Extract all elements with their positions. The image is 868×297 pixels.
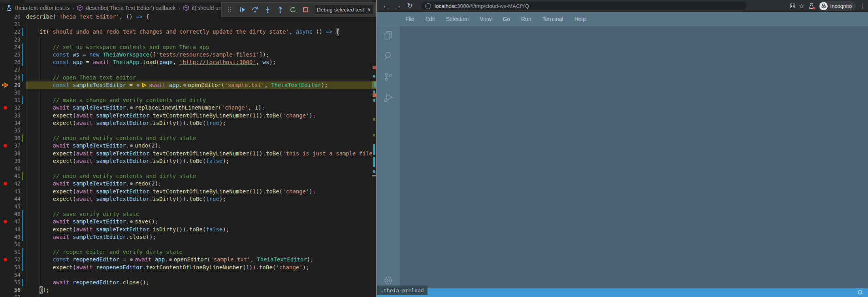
- code-line[interactable]: 32 await sampleTextEditor.replaceLineWit…: [0, 104, 372, 112]
- breakpoint-icon[interactable]: [4, 144, 7, 148]
- code-line[interactable]: 21: [0, 21, 372, 28]
- code-line[interactable]: 28 // open Theia text editor: [0, 74, 372, 81]
- code-line[interactable]: 42 await sampleTextEditor.redo(2);: [0, 180, 372, 187]
- breakpoint-icon[interactable]: [4, 220, 7, 223]
- back-icon[interactable]: ←: [380, 2, 392, 10]
- breakpoint-margin[interactable]: [0, 218, 10, 225]
- menu-item-run[interactable]: Run: [516, 16, 537, 22]
- menu-item-file[interactable]: File: [400, 16, 420, 22]
- breadcrumb-file[interactable]: theia-text-editor.test.ts: [15, 5, 70, 11]
- address-bar[interactable]: i localhost:3000/#/tmp/cloud-ws-MACfYQ: [421, 2, 747, 10]
- code-line[interactable]: 43 expect(await sampleTextEditor.textCon…: [0, 188, 372, 195]
- code-line[interactable]: 41 // undo and verify contents and dirty…: [0, 172, 372, 180]
- breakpoint-margin[interactable]: [0, 51, 10, 59]
- menu-item-selection[interactable]: Selection: [441, 16, 474, 22]
- code-line[interactable]: 22 it('should undo and redo text changes…: [0, 28, 372, 36]
- breakpoint-margin[interactable]: [0, 74, 10, 81]
- breakpoint-icon[interactable]: [4, 182, 7, 185]
- search-icon[interactable]: [383, 51, 394, 61]
- breakpoint-margin[interactable]: [0, 44, 10, 51]
- breakpoint-margin[interactable]: [0, 112, 10, 119]
- code-line[interactable]: 33 expect(await sampleTextEditor.textCon…: [0, 112, 372, 119]
- drag-grip-icon[interactable]: [224, 4, 235, 15]
- breakpoint-margin[interactable]: [0, 36, 10, 44]
- menu-item-terminal[interactable]: Terminal: [537, 16, 569, 22]
- code-line[interactable]: 52 const reopenedEditor = await app.open…: [0, 256, 372, 263]
- inline-breakpoint-dot[interactable]: [130, 106, 133, 109]
- code-line[interactable]: 46 // save verify dirty state: [0, 210, 372, 218]
- code-line[interactable]: 24 // set up workspace contents and open…: [0, 44, 372, 51]
- step-into-icon[interactable]: [262, 4, 273, 15]
- bell-icon[interactable]: [857, 289, 863, 296]
- url-text[interactable]: localhost:3000/#/tmp/cloud-ws-MACfYQ: [435, 3, 529, 9]
- incognito-badge[interactable]: Incognito: [819, 1, 856, 11]
- code-line[interactable]: 50: [0, 241, 372, 248]
- code-line[interactable]: 55 await reopenedEditor.close();: [0, 279, 372, 286]
- breakpoint-margin[interactable]: [0, 248, 10, 256]
- inline-breakpoint-dot[interactable]: [183, 84, 186, 87]
- code-line[interactable]: 54: [0, 271, 372, 279]
- menu-item-help[interactable]: Help: [569, 16, 591, 22]
- breakpoint-margin[interactable]: [0, 13, 10, 21]
- code-line[interactable]: 53 expect(await reopenedEditor.textConte…: [0, 264, 372, 271]
- code-line[interactable]: 23: [0, 36, 372, 44]
- code-line[interactable]: 47 await sampleTextEditor.save();: [0, 218, 372, 225]
- breakpoint-margin[interactable]: [0, 271, 10, 279]
- code-line[interactable]: 36 // undo and verify contents and dirty…: [0, 134, 372, 142]
- code-line[interactable]: 25 const ws = new TheiaWorkspace(['tests…: [0, 51, 372, 59]
- continue-icon[interactable]: [237, 4, 247, 15]
- breakpoint-margin[interactable]: [0, 172, 10, 180]
- breakpoint-margin[interactable]: [0, 134, 10, 142]
- breakpoint-margin[interactable]: [0, 142, 10, 149]
- breakpoint-margin[interactable]: [0, 233, 10, 241]
- breakpoint-margin[interactable]: [0, 28, 10, 36]
- debug-icon[interactable]: [383, 93, 394, 103]
- code-line[interactable]: 31 // make a change and verify contents …: [0, 96, 372, 104]
- breakpoint-margin[interactable]: [0, 241, 10, 248]
- code-line[interactable]: 57: [0, 294, 372, 297]
- grid-icon[interactable]: [790, 4, 795, 8]
- code-line[interactable]: 39 expect(await sampleTextEditor.isDirty…: [0, 157, 372, 165]
- breakpoint-margin[interactable]: [0, 21, 10, 28]
- menu-dots-icon[interactable]: ⋮: [860, 2, 866, 9]
- code-line[interactable]: 45: [0, 203, 372, 210]
- inline-breakpoint-dot[interactable]: [130, 182, 133, 185]
- breakpoint-margin[interactable]: [0, 195, 10, 203]
- debug-config-dropdown[interactable]: Debug selected test file ∨: [314, 4, 374, 15]
- breakpoint-margin[interactable]: [0, 180, 10, 187]
- restart-icon[interactable]: [288, 4, 298, 15]
- code-line[interactable]: 44 expect(await sampleTextEditor.isDirty…: [0, 195, 372, 203]
- gear-icon[interactable]: [383, 275, 394, 286]
- breakpoint-margin[interactable]: [0, 96, 10, 104]
- breakpoint-margin[interactable]: [0, 157, 10, 165]
- forward-icon[interactable]: →: [392, 2, 404, 10]
- source-control-icon[interactable]: [383, 72, 394, 82]
- code-line[interactable]: 26 const app = await TheiaApp.load(page,…: [0, 59, 372, 66]
- breadcrumb-symbol-describe[interactable]: describe('Theia Text Editor') callback: [86, 5, 175, 11]
- breakpoint-margin[interactable]: [0, 203, 10, 210]
- reload-icon[interactable]: ↻: [404, 2, 416, 10]
- code-line[interactable]: 51 // reopen editor and verify dirty sta…: [0, 248, 372, 256]
- code-line[interactable]: 56 });: [0, 286, 372, 294]
- breakpoint-margin[interactable]: [0, 210, 10, 218]
- breakpoint-margin[interactable]: [0, 279, 10, 286]
- step-over-icon[interactable]: [250, 4, 260, 15]
- breakpoint-margin[interactable]: [0, 165, 10, 172]
- code-line[interactable]: 29 const sampleTextEditor = await app.op…: [0, 81, 372, 89]
- inline-breakpoint-dot[interactable]: [130, 258, 133, 261]
- code-line[interactable]: 34 expect(await sampleTextEditor.isDirty…: [0, 119, 372, 127]
- breakpoint-margin[interactable]: [0, 66, 10, 74]
- menu-item-go[interactable]: Go: [497, 16, 516, 22]
- stop-icon[interactable]: [300, 4, 311, 15]
- code-line[interactable]: 48 expect(await sampleTextEditor.isDirty…: [0, 226, 372, 233]
- breakpoint-margin[interactable]: [0, 294, 10, 297]
- site-info-icon[interactable]: i: [425, 3, 431, 9]
- breakpoint-margin[interactable]: [0, 150, 10, 157]
- explorer-icon[interactable]: [383, 30, 394, 40]
- code-line[interactable]: 27: [0, 66, 372, 74]
- code-line[interactable]: 38 expect(await sampleTextEditor.textCon…: [0, 150, 372, 157]
- menu-item-edit[interactable]: Edit: [420, 16, 441, 22]
- step-out-icon[interactable]: [275, 4, 285, 15]
- breakpoint-icon[interactable]: [4, 106, 7, 110]
- inline-breakpoint-dot[interactable]: [169, 258, 172, 261]
